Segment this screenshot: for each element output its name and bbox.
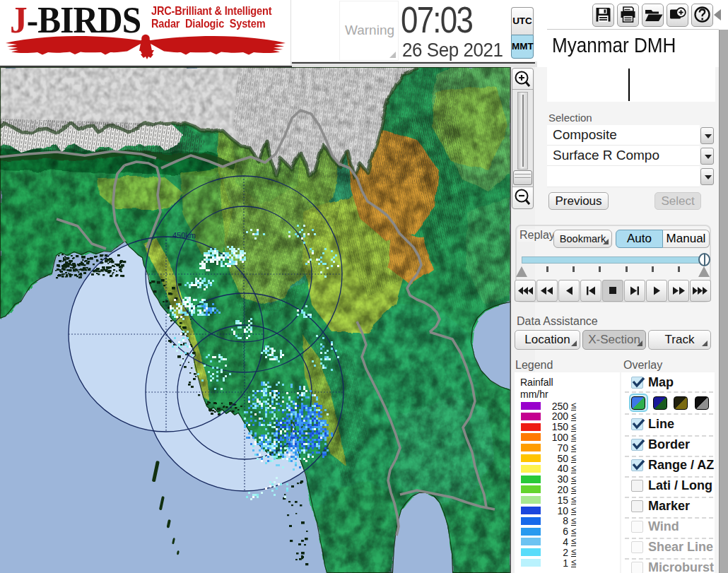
svg-text:450km: 450km — [172, 231, 196, 240]
